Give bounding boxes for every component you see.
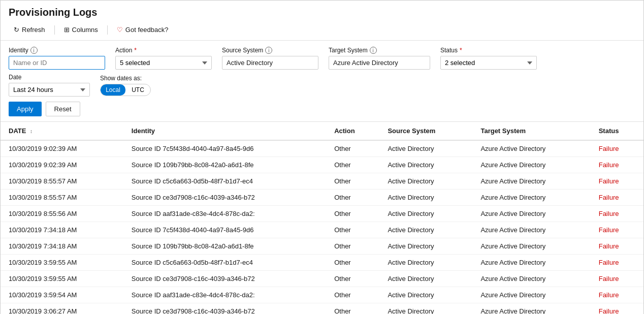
- cell-source-system: Active Directory: [379, 287, 472, 303]
- action-required: *: [134, 47, 137, 54]
- cell-date: 10/30/2019 8:55:57 AM: [1, 173, 123, 190]
- table-row[interactable]: 10/30/2019 3:59:55 AMSource ID ce3d7908-…: [1, 271, 643, 287]
- cell-status: Failure: [591, 222, 643, 238]
- target-system-label: Target System i: [329, 47, 430, 54]
- table-row[interactable]: 10/30/2019 9:02:39 AMSource ID 109b79bb-…: [1, 157, 643, 173]
- col-status[interactable]: Status: [591, 122, 643, 140]
- toolbar-divider-1: [54, 25, 55, 35]
- cell-identity: Source ID c5c6a663-0d5b-48f7-b1d7-ec4: [123, 173, 326, 190]
- table-row[interactable]: 10/30/2019 8:55:57 AMSource ID ce3d7908-…: [1, 190, 643, 206]
- reset-button[interactable]: Reset: [46, 102, 80, 116]
- cell-status: Failure: [591, 238, 643, 255]
- cell-action: Other: [326, 173, 379, 190]
- toggle-utc[interactable]: UTC: [125, 84, 150, 96]
- col-target-system[interactable]: Target System: [472, 122, 590, 140]
- cell-source-system: Active Directory: [379, 140, 472, 157]
- table-row[interactable]: 10/30/2019 7:34:18 AMSource ID 7c5f438d-…: [1, 222, 643, 238]
- source-system-value: Active Directory: [222, 56, 318, 70]
- cell-action: Other: [326, 271, 379, 287]
- cell-identity: Source ID 7c5f438d-4040-4a97-8a45-9d6: [123, 140, 326, 157]
- cell-identity: Source ID 109b79bb-8c08-42a0-a6d1-8fe: [123, 157, 326, 173]
- cell-source-system: Active Directory: [379, 238, 472, 255]
- table-row[interactable]: 10/30/2019 3:06:27 AMSource ID ce3d7908-…: [1, 303, 643, 315]
- cell-target-system: Azure Active Directory: [472, 255, 590, 271]
- cell-date: 10/30/2019 9:02:39 AM: [1, 140, 123, 157]
- cell-status: Failure: [591, 157, 643, 173]
- cell-action: Other: [326, 303, 379, 315]
- cell-identity: Source ID c5c6a663-0d5b-48f7-b1d7-ec4: [123, 255, 326, 271]
- cell-source-system: Active Directory: [379, 271, 472, 287]
- col-identity[interactable]: Identity: [123, 122, 326, 140]
- cell-target-system: Azure Active Directory: [472, 190, 590, 206]
- cell-target-system: Azure Active Directory: [472, 238, 590, 255]
- cell-identity: Source ID ce3d7908-c16c-4039-a346-b72: [123, 190, 326, 206]
- cell-status: Failure: [591, 271, 643, 287]
- table-row[interactable]: 10/30/2019 9:02:39 AMSource ID 7c5f438d-…: [1, 140, 643, 157]
- status-select[interactable]: 2 selected: [440, 56, 537, 70]
- cell-date: 10/30/2019 3:06:27 AM: [1, 303, 123, 315]
- cell-status: Failure: [591, 303, 643, 315]
- date-select[interactable]: Last 24 hours: [9, 83, 90, 97]
- table-row[interactable]: 10/30/2019 7:34:18 AMSource ID 109b79bb-…: [1, 238, 643, 255]
- source-system-info-icon[interactable]: i: [265, 47, 272, 54]
- col-action[interactable]: Action: [326, 122, 379, 140]
- action-buttons-row: Apply Reset: [9, 102, 635, 116]
- refresh-button[interactable]: ↻ Refresh: [9, 23, 50, 36]
- cell-target-system: Azure Active Directory: [472, 140, 590, 157]
- toolbar: ↻ Refresh ⊞ Columns ♡ Got feedback?: [9, 23, 635, 36]
- cell-identity: Source ID aaf31ade-c83e-4dc4-878c-da2:: [123, 287, 326, 303]
- cell-source-system: Active Directory: [379, 206, 472, 222]
- identity-info-icon[interactable]: i: [30, 47, 38, 54]
- table-row[interactable]: 10/30/2019 8:55:56 AMSource ID aaf31ade-…: [1, 206, 643, 222]
- cell-identity: Source ID aaf31ade-c83e-4dc4-878c-da2:: [123, 206, 326, 222]
- sort-icon-date: ↕: [30, 129, 33, 134]
- table-row[interactable]: 10/30/2019 3:59:54 AMSource ID aaf31ade-…: [1, 287, 643, 303]
- cell-status: Failure: [591, 140, 643, 157]
- identity-filter-group: Identity i: [9, 47, 105, 70]
- cell-identity: Source ID 7c5f438d-4040-4a97-8a45-9d6: [123, 222, 326, 238]
- toolbar-divider-2: [107, 25, 108, 35]
- cell-target-system: Azure Active Directory: [472, 157, 590, 173]
- table-row[interactable]: 10/30/2019 8:55:57 AMSource ID c5c6a663-…: [1, 173, 643, 190]
- cell-date: 10/30/2019 9:02:39 AM: [1, 157, 123, 173]
- target-system-value: Azure Active Directory: [329, 56, 430, 70]
- cell-date: 10/30/2019 7:34:18 AM: [1, 238, 123, 255]
- cell-source-system: Active Directory: [379, 173, 472, 190]
- action-filter-group: Action * 5 selected: [115, 47, 212, 70]
- table-body: 10/30/2019 9:02:39 AMSource ID 7c5f438d-…: [1, 140, 643, 314]
- identity-label: Identity i: [9, 47, 105, 54]
- target-system-info-icon[interactable]: i: [370, 47, 377, 54]
- table-header-row: DATE ↕ Identity Action Source System Tar…: [1, 122, 643, 140]
- cell-action: Other: [326, 238, 379, 255]
- source-system-label: Source System i: [222, 47, 318, 54]
- table-container: DATE ↕ Identity Action Source System Tar…: [1, 122, 643, 314]
- columns-button[interactable]: ⊞ Columns: [59, 23, 103, 36]
- cell-source-system: Active Directory: [379, 190, 472, 206]
- col-date[interactable]: DATE ↕: [1, 122, 123, 140]
- apply-button[interactable]: Apply: [9, 102, 42, 116]
- cell-action: Other: [326, 157, 379, 173]
- cell-action: Other: [326, 140, 379, 157]
- cell-source-system: Active Directory: [379, 303, 472, 315]
- cell-date: 10/30/2019 3:59:55 AM: [1, 255, 123, 271]
- table-row[interactable]: 10/30/2019 3:59:55 AMSource ID c5c6a663-…: [1, 255, 643, 271]
- identity-input[interactable]: [9, 56, 105, 70]
- filters-row1: Identity i Action * 5 selected Source Sy…: [9, 47, 635, 70]
- cell-identity: Source ID ce3d7908-c16c-4039-a346-b72: [123, 271, 326, 287]
- cell-date: 10/30/2019 3:59:55 AM: [1, 271, 123, 287]
- toggle-local[interactable]: Local: [101, 84, 125, 96]
- feedback-button[interactable]: ♡ Got feedback?: [112, 23, 174, 36]
- filters-row2: Date Last 24 hours Show dates as: Local …: [9, 74, 635, 97]
- show-dates-toggle: Local UTC: [100, 84, 151, 96]
- page-header: Provisioning Logs ↻ Refresh ⊞ Columns ♡ …: [1, 1, 643, 41]
- action-select[interactable]: 5 selected: [115, 56, 212, 70]
- cell-source-system: Active Directory: [379, 157, 472, 173]
- cell-target-system: Azure Active Directory: [472, 173, 590, 190]
- columns-icon: ⊞: [64, 26, 70, 34]
- col-source-system[interactable]: Source System: [379, 122, 472, 140]
- target-system-filter-group: Target System i Azure Active Directory: [329, 47, 430, 70]
- cell-action: Other: [326, 287, 379, 303]
- cell-status: Failure: [591, 287, 643, 303]
- cell-identity: Source ID 109b79bb-8c08-42a0-a6d1-8fe: [123, 238, 326, 255]
- cell-status: Failure: [591, 173, 643, 190]
